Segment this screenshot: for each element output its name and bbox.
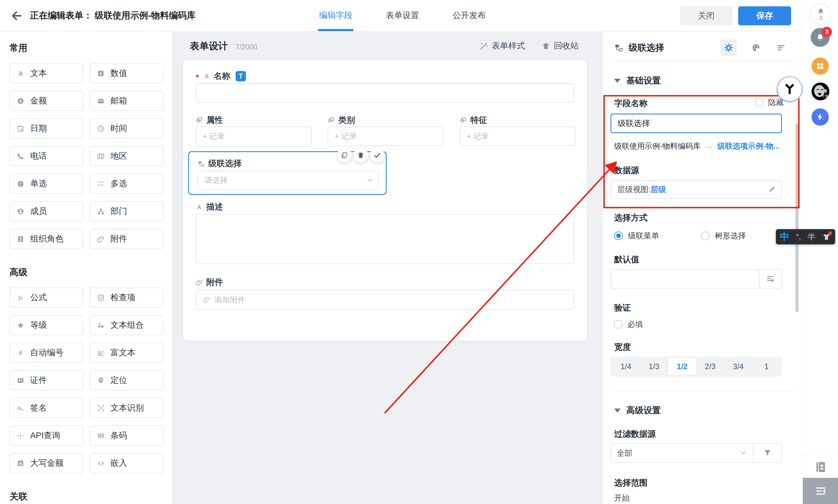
- ime-halfwidth-mode[interactable]: 半: [807, 231, 816, 242]
- ime-punctuation-mode[interactable]: °,: [796, 232, 801, 241]
- mode-option-0[interactable]: 级联菜单: [614, 231, 659, 241]
- attachment-field-label-text: 附件: [206, 276, 223, 288]
- palette-item-id-card[interactable]: 证件: [10, 370, 83, 391]
- settings-tab-button[interactable]: [720, 39, 737, 56]
- palette-item-time[interactable]: 时间: [90, 119, 164, 139]
- topbar-tab-1[interactable]: 表单设置: [386, 0, 419, 31]
- palette-item-check-item[interactable]: 检查项: [90, 288, 164, 308]
- palette-item-embed[interactable]: 嵌入: [90, 453, 164, 473]
- svg-text:A: A: [18, 70, 23, 77]
- rail-divider: [803, 454, 838, 455]
- apps-grid-button[interactable]: [811, 57, 829, 75]
- filter-settings-button[interactable]: [753, 444, 781, 462]
- add-record-button-1[interactable]: + 记录: [328, 126, 443, 146]
- description-textarea[interactable]: [196, 214, 575, 264]
- close-button[interactable]: 关闭: [680, 6, 732, 25]
- datasource-value-link[interactable]: 层级: [651, 184, 666, 195]
- width-option-1-3[interactable]: 1/3: [640, 358, 668, 375]
- contact-book-button[interactable]: [814, 460, 828, 474]
- cascade-field-label: 级联选择: [198, 158, 242, 169]
- style-tab-button[interactable]: [750, 41, 762, 54]
- palette-item-level[interactable]: 等级: [10, 315, 83, 335]
- palette-item-text[interactable]: A 文本: [10, 63, 83, 83]
- ime-chinese-mode[interactable]: 中: [780, 230, 789, 243]
- svg-text:A: A: [197, 204, 201, 210]
- hide-checkbox[interactable]: [755, 98, 764, 106]
- width-option-1[interactable]: 1: [752, 358, 781, 375]
- palette-item-email[interactable]: 邮箱: [90, 91, 164, 111]
- recycle-bin-button[interactable]: 回收站: [542, 40, 579, 52]
- palette-item-text-combo[interactable]: 文本组合: [90, 315, 164, 335]
- palette-item-number[interactable]: 6 数值: [90, 63, 164, 83]
- add-record-button-0[interactable]: + 记录: [196, 126, 312, 146]
- ime-skin-icon[interactable]: [822, 233, 831, 241]
- palette-item-money[interactable]: ¥ 金额: [10, 91, 83, 111]
- breadcrumb-target-link[interactable]: 级联选项示例-物...: [717, 141, 780, 151]
- radio-icon[interactable]: [701, 231, 710, 240]
- palette-item-barcode[interactable]: 条码: [90, 426, 164, 446]
- add-record-button-2[interactable]: + 记录: [460, 126, 576, 146]
- palette-item-location[interactable]: 定位: [90, 370, 164, 391]
- name-field-input[interactable]: [196, 83, 575, 103]
- save-button[interactable]: 保存: [738, 6, 791, 25]
- palette-item-rich-text[interactable]: A 富文本: [90, 343, 164, 363]
- back-arrow-icon[interactable]: [10, 10, 23, 22]
- default-value-picker-button[interactable]: [759, 270, 781, 288]
- quick-actions-button[interactable]: [811, 108, 829, 126]
- palette-item-attach[interactable]: 附件: [90, 229, 164, 249]
- palette-item-api[interactable]: API查询: [10, 426, 83, 446]
- panel-scrollbar[interactable]: [796, 124, 799, 312]
- radio-selected-icon[interactable]: [614, 231, 623, 240]
- add-attachment-button[interactable]: 添加附件: [196, 290, 575, 310]
- logic-tab-button[interactable]: [775, 41, 788, 54]
- notification-bell-outline-button[interactable]: 3: [810, 4, 831, 24]
- palette-item-uppercase-amount[interactable]: 伍 大写金额: [10, 453, 83, 473]
- field-name-value: 级联选择: [618, 118, 650, 129]
- mode-option-1[interactable]: 树形选择: [701, 231, 746, 241]
- field-name-input[interactable]: 级联选择: [610, 113, 782, 133]
- cascade-select[interactable]: 请选择: [198, 170, 379, 190]
- advanced-settings-header[interactable]: 高级设置: [614, 404, 661, 416]
- filter-datasource-dropdown[interactable]: 全部: [611, 444, 753, 462]
- level-icon: [17, 321, 24, 329]
- palette-item-auto-number[interactable]: # 自动编号: [10, 343, 83, 363]
- user-avatar[interactable]: 干饭: [811, 83, 830, 100]
- datasource-box[interactable]: 层级视图: 层级: [610, 180, 782, 199]
- basic-settings-header[interactable]: 基础设置: [614, 75, 661, 87]
- notification-button[interactable]: 3: [811, 28, 830, 47]
- topbar-tab-0[interactable]: 编辑字段: [319, 0, 352, 31]
- assistant-float-button[interactable]: [776, 76, 803, 102]
- default-value-input[interactable]: [610, 269, 782, 289]
- topbar-tab-2[interactable]: 公开发布: [453, 0, 486, 31]
- palette-item-department[interactable]: 部门: [90, 201, 164, 221]
- width-option-3-4[interactable]: 3/4: [724, 358, 753, 375]
- palette-item-multi-select[interactable]: 多选: [90, 174, 164, 194]
- palette-item-member[interactable]: 成员: [10, 201, 83, 221]
- width-option-2-3[interactable]: 2/3: [696, 358, 724, 375]
- form-style-button[interactable]: 表单样式: [479, 40, 525, 52]
- copy-field-button[interactable]: [337, 148, 352, 163]
- edit-pencil-icon[interactable]: [768, 186, 775, 193]
- palette-item-date[interactable]: 日期: [10, 119, 83, 139]
- required-checkbox[interactable]: [614, 320, 622, 328]
- brand-y-logo-icon: [783, 82, 797, 96]
- delete-field-button[interactable]: [353, 148, 368, 163]
- palette-item-formula[interactable]: fx 公式: [10, 288, 83, 308]
- palette-item-label: 嵌入: [110, 457, 127, 469]
- embed-icon: [97, 460, 105, 467]
- width-option-1-4[interactable]: 1/4: [612, 358, 640, 375]
- palette-item-region[interactable]: 地区: [90, 146, 164, 166]
- width-option-1-2[interactable]: 1/2: [668, 358, 696, 375]
- palette-item-single-select[interactable]: 单选: [10, 174, 83, 194]
- palette-item-phone[interactable]: 电话: [10, 146, 83, 166]
- notification-badge: 3: [822, 27, 832, 37]
- palette-item-signature[interactable]: 签名: [10, 398, 83, 418]
- collapse-panel-button[interactable]: [803, 478, 838, 504]
- palette-item-org-role[interactable]: 组织角色: [10, 229, 83, 249]
- confirm-field-button[interactable]: [370, 148, 385, 163]
- palette-item-ocr[interactable]: A 文本识别: [90, 398, 164, 418]
- palette-item-label: 富文本: [110, 347, 136, 359]
- grid-icon: [816, 61, 825, 71]
- app: 正在编辑表单： 级联使用示例-物料编码库 编辑字段表单设置公开发布 关闭 保存 …: [0, 0, 838, 504]
- ime-toolbar[interactable]: 中 °, 半: [776, 229, 835, 245]
